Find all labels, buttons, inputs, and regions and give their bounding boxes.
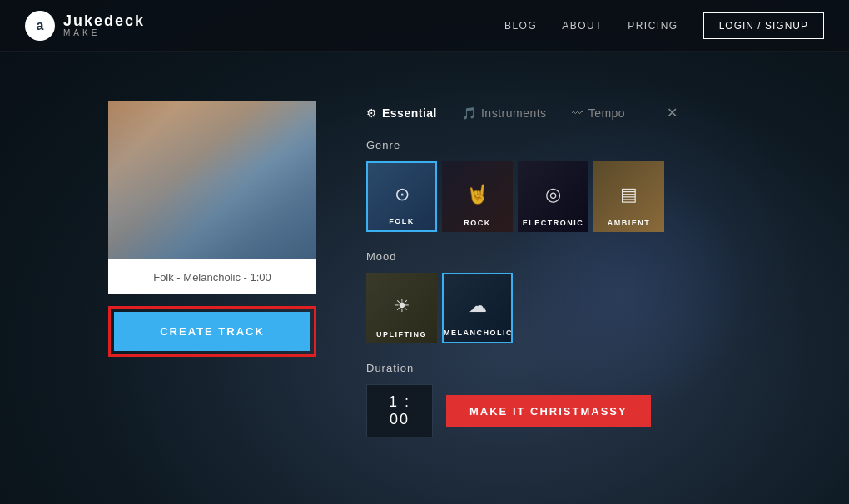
ambient-icon: ▤ [620, 184, 638, 205]
mood-grid: ☀ UPLIFTING ☁ MELANCHOLIC [366, 273, 782, 343]
duration-section: Duration 1 : 00 MAKE IT CHRISTMASSY [366, 362, 782, 437]
duration-display[interactable]: 1 : 00 [366, 384, 433, 437]
logo-area: a Jukedeck MAKE [25, 11, 145, 41]
main-content: Folk - Melancholic - 1:00 CREATE TRACK ⚙… [0, 52, 849, 437]
melancholic-label: MELANCHOLIC [444, 329, 511, 337]
logo-sub: MAKE [63, 28, 145, 38]
folk-label: FOLK [368, 217, 435, 225]
tab-essential[interactable]: ⚙ Essential [366, 106, 437, 120]
tab-instruments[interactable]: 🎵 Instruments [462, 106, 547, 120]
electronic-label: ELECTRONIC [518, 219, 588, 227]
tab-tempo-label: Tempo [588, 106, 626, 120]
genre-card-electronic[interactable]: ◎ ELECTRONIC [518, 161, 588, 232]
rock-icon: 🤘 [466, 184, 489, 205]
track-info-box: Folk - Melancholic - 1:00 [108, 259, 316, 294]
logo-name: Jukedeck [63, 13, 145, 28]
uplifting-icon: ☀ [394, 295, 410, 317]
electronic-icon: ◎ [545, 184, 561, 205]
tab-essential-label: Essential [382, 106, 437, 120]
nav-about[interactable]: ABOUT [562, 20, 603, 32]
tab-instruments-label: Instruments [481, 106, 547, 120]
genre-label: Genre [366, 139, 782, 151]
duration-label: Duration [366, 362, 782, 374]
logo-icon: a [25, 11, 55, 41]
logo-text: Jukedeck MAKE [63, 13, 145, 38]
make-christmassy-button[interactable]: MAKE IT CHRISTMASSY [446, 395, 651, 427]
essential-icon: ⚙ [366, 106, 377, 120]
nav-blog[interactable]: BLOG [504, 20, 537, 32]
create-track-button[interactable]: CREATE TRACK [114, 312, 310, 351]
instruments-icon: 🎵 [462, 106, 476, 120]
track-image [108, 101, 316, 259]
create-track-btn-wrapper: CREATE TRACK [108, 306, 316, 357]
navbar: a Jukedeck MAKE BLOG ABOUT PRICING LOGIN… [0, 0, 849, 52]
mood-card-uplifting[interactable]: ☀ UPLIFTING [366, 273, 437, 343]
mood-section: Mood ☀ UPLIFTING ☁ MELANCHOLIC [366, 250, 782, 343]
login-signup-button[interactable]: LOGIN / SIGNUP [703, 12, 824, 39]
left-panel: Folk - Melancholic - 1:00 CREATE TRACK [108, 101, 316, 357]
genre-card-folk[interactable]: ⊙ FOLK [366, 161, 437, 232]
genre-card-ambient[interactable]: ▤ AMBIENT [593, 161, 664, 232]
melancholic-icon: ☁ [469, 295, 487, 317]
mood-card-melancholic[interactable]: ☁ MELANCHOLIC [442, 273, 513, 343]
uplifting-label: UPLIFTING [366, 330, 437, 338]
right-panel: ⚙ Essential 🎵 Instruments 〰 Tempo ✕ Genr… [366, 101, 782, 437]
tab-tempo[interactable]: 〰 Tempo [572, 106, 626, 120]
folk-icon: ⊙ [395, 184, 410, 205]
rock-label: ROCK [442, 219, 513, 227]
ambient-label: AMBIENT [593, 219, 664, 227]
tabs-bar: ⚙ Essential 🎵 Instruments 〰 Tempo ✕ [366, 105, 782, 121]
close-icon[interactable]: ✕ [667, 105, 678, 121]
tempo-icon: 〰 [572, 106, 583, 120]
duration-row: 1 : 00 MAKE IT CHRISTMASSY [366, 384, 782, 437]
nav-pricing[interactable]: PRICING [628, 20, 678, 32]
nav-links: BLOG ABOUT PRICING LOGIN / SIGNUP [504, 12, 824, 39]
genre-grid: ⊙ FOLK 🤘 ROCK ◎ ELECTRONIC ▤ AMBIENT [366, 161, 782, 232]
genre-section: Genre ⊙ FOLK 🤘 ROCK ◎ ELECTRONIC [366, 139, 782, 232]
genre-card-rock[interactable]: 🤘 ROCK [442, 161, 513, 232]
track-info-text: Folk - Melancholic - 1:00 [153, 271, 271, 284]
mood-label: Mood [366, 250, 782, 263]
